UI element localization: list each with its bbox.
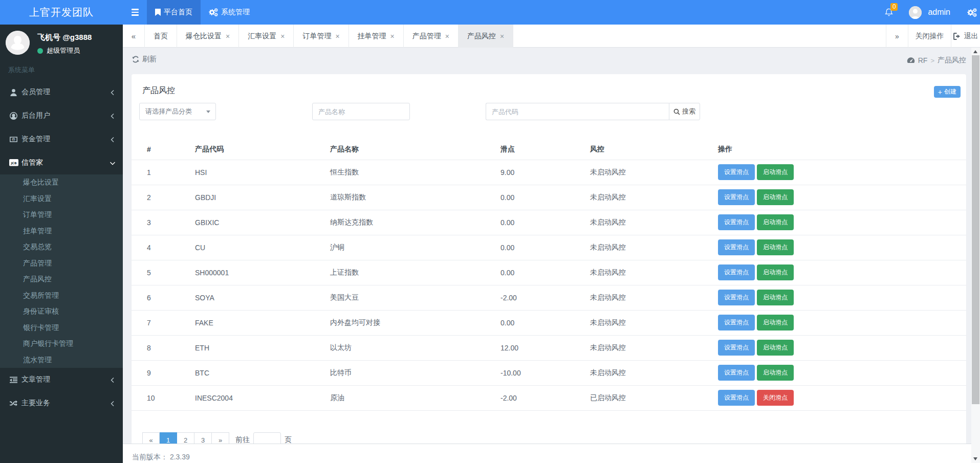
- refresh-button[interactable]: 刷新: [132, 55, 157, 64]
- tab-close-icon[interactable]: ×: [335, 32, 339, 40]
- submenu-item-10[interactable]: 商户银行卡管理: [0, 336, 123, 352]
- top-nav: 平台首页系统管理: [147, 0, 258, 25]
- tab-6[interactable]: 产品风控×: [459, 25, 513, 48]
- sidebar-item-0[interactable]: 会员管理: [0, 80, 123, 104]
- action-button-启动滑点[interactable]: 启动滑点: [757, 264, 794, 280]
- tab-1[interactable]: 爆仓比设置×: [177, 25, 239, 48]
- action-button-启动滑点[interactable]: 启动滑点: [757, 315, 794, 330]
- action-button-关闭滑点[interactable]: 关闭滑点: [757, 390, 794, 406]
- submenu-item-1[interactable]: 汇率设置: [0, 191, 123, 207]
- search-button[interactable]: 搜索: [669, 103, 700, 120]
- tab-0[interactable]: 首页: [145, 25, 177, 48]
- scrollbar-thumb[interactable]: [972, 55, 979, 404]
- sidebar-item-label: 后台用户: [21, 111, 50, 120]
- category-select-value: 请选择产品分类: [145, 107, 192, 116]
- submenu-item-8[interactable]: 身份证审核: [0, 303, 123, 320]
- submenu-item-3[interactable]: 挂单管理: [0, 223, 123, 239]
- sidebar-item-4[interactable]: 文章管理: [0, 368, 123, 391]
- action-button-设置滑点[interactable]: 设置滑点: [718, 189, 755, 205]
- action-button-设置滑点[interactable]: 设置滑点: [718, 340, 755, 356]
- col-header-4: 风控: [590, 140, 718, 160]
- action-button-启动滑点[interactable]: 启动滑点: [757, 290, 794, 305]
- submenu-item-6[interactable]: 产品风控: [0, 271, 123, 288]
- product-name-input[interactable]: [312, 103, 410, 120]
- page-button-2[interactable]: 2: [177, 432, 194, 444]
- action-button-设置滑点[interactable]: 设置滑点: [718, 264, 755, 280]
- sidebar-toggle-button[interactable]: [123, 0, 147, 25]
- page-button-1[interactable]: 1: [160, 432, 177, 444]
- tab-close-icon[interactable]: ×: [445, 32, 449, 40]
- top-nav-item-1[interactable]: 系统管理: [201, 0, 258, 25]
- page-prev-button[interactable]: «: [142, 432, 160, 444]
- action-button-设置滑点[interactable]: 设置滑点: [718, 290, 755, 305]
- close-operations-button[interactable]: 关闭操作: [908, 25, 951, 48]
- notifications-button[interactable]: 0: [884, 0, 899, 25]
- cell-name: 恒生指数: [330, 160, 500, 185]
- action-button-启动滑点[interactable]: 启动滑点: [757, 239, 794, 255]
- submenu-item-2[interactable]: 订单管理: [0, 207, 123, 223]
- goto-page-input[interactable]: [253, 432, 281, 444]
- user-menu[interactable]: admin: [899, 0, 957, 25]
- create-button[interactable]: +创建: [934, 86, 961, 98]
- tab-3[interactable]: 订单管理×: [294, 25, 349, 48]
- action-button-设置滑点[interactable]: 设置滑点: [718, 239, 755, 255]
- tabs-scroll-right-button[interactable]: »: [886, 25, 908, 48]
- cell-actions: 设置滑点启动滑点: [718, 160, 966, 185]
- cell-name: 道琼斯指数: [330, 185, 500, 210]
- category-select[interactable]: 请选择产品分类: [139, 103, 216, 120]
- cell-risk: 未启动风控: [590, 260, 718, 285]
- tab-4[interactable]: 挂单管理×: [349, 25, 404, 48]
- panel-title: 产品风控: [142, 85, 175, 96]
- cell-actions: 设置滑点启动滑点: [718, 285, 966, 310]
- submenu-item-0[interactable]: 爆仓比设置: [0, 174, 123, 191]
- action-button-设置滑点[interactable]: 设置滑点: [718, 365, 755, 381]
- scroll-up-arrow-icon[interactable]: [973, 50, 977, 53]
- breadcrumb-root[interactable]: RF: [918, 56, 928, 64]
- chevron-down-icon: [110, 160, 116, 166]
- product-code-input[interactable]: [486, 103, 669, 120]
- action-button-启动滑点[interactable]: 启动滑点: [757, 340, 794, 356]
- top-nav-item-0[interactable]: 平台首页: [147, 0, 201, 25]
- sidebar-item-2[interactable]: 0资金管理: [0, 127, 123, 151]
- tab-label: 挂单管理: [358, 32, 386, 41]
- submenu-item-5[interactable]: 产品管理: [0, 255, 123, 272]
- page-next-button[interactable]: »: [212, 432, 229, 444]
- submenu-item-9[interactable]: 银行卡管理: [0, 320, 123, 336]
- tabs-scroll-left-button[interactable]: «: [123, 25, 145, 48]
- brand-logo[interactable]: 上官开发团队: [0, 0, 123, 25]
- tab-2[interactable]: 汇率设置×: [239, 25, 294, 48]
- settings-button[interactable]: [957, 0, 980, 25]
- table-row-6: 7FAKE内外盘均可对接0.00未启动风控设置滑点启动滑点: [132, 310, 966, 335]
- action-button-启动滑点[interactable]: 启动滑点: [757, 214, 794, 230]
- action-button-设置滑点[interactable]: 设置滑点: [718, 315, 755, 330]
- action-button-启动滑点[interactable]: 启动滑点: [757, 189, 794, 205]
- action-button-启动滑点[interactable]: 启动滑点: [757, 365, 794, 381]
- tab-close-icon[interactable]: ×: [226, 32, 230, 40]
- sidebar-item-5[interactable]: 主要业务: [0, 391, 123, 415]
- scrollbar[interactable]: [971, 48, 980, 463]
- scroll-down-arrow-icon[interactable]: [973, 457, 977, 460]
- action-button-设置滑点[interactable]: 设置滑点: [718, 214, 755, 230]
- version-label: 当前版本： 2.3.39: [132, 453, 190, 462]
- sidebar-item-1[interactable]: 后台用户: [0, 104, 123, 127]
- submenu-item-7[interactable]: 交易所管理: [0, 288, 123, 304]
- cell-code: ETH: [195, 335, 330, 360]
- action-button-启动滑点[interactable]: 启动滑点: [757, 164, 794, 180]
- logout-button[interactable]: 退出: [951, 25, 980, 48]
- chevron-left-icon: [110, 377, 116, 383]
- tab-5[interactable]: 产品管理×: [404, 25, 459, 48]
- cell-index: 8: [132, 335, 195, 360]
- tab-close-icon[interactable]: ×: [280, 32, 285, 40]
- tab-close-icon[interactable]: ×: [500, 32, 504, 40]
- action-button-设置滑点[interactable]: 设置滑点: [718, 390, 755, 406]
- sidebar-item-3[interactable]: JCB信管家: [0, 151, 123, 174]
- footer: 当前版本： 2.3.39: [123, 444, 980, 463]
- tab-close-icon[interactable]: ×: [390, 32, 395, 40]
- action-button-设置滑点[interactable]: 设置滑点: [718, 164, 755, 180]
- submenu-item-4[interactable]: 交易总览: [0, 239, 123, 255]
- cell-risk: 未启动风控: [590, 185, 718, 210]
- page-button-3[interactable]: 3: [194, 432, 212, 444]
- breadcrumb-separator: >: [930, 57, 934, 64]
- submenu-item-11[interactable]: 流水管理: [0, 352, 123, 368]
- sidebar-user-status[interactable]: 超级管理员: [37, 46, 80, 55]
